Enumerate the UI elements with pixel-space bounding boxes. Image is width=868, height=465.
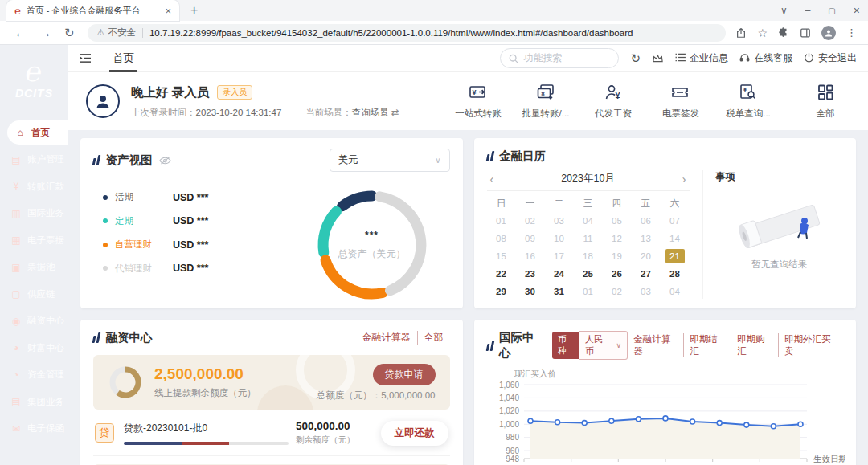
e-draft-issue-icon [670,93,691,104]
window-minimize-button[interactable]: – [805,5,811,16]
sidebar-item-fund-management[interactable]: ◔资金管理 [0,363,68,387]
share-icon[interactable] [735,27,747,39]
address-bar[interactable]: ⚠ 不安全 10.7.19.22:8999/fpaas_bucket/94154… [88,24,727,42]
calendar-day[interactable]: 24 [545,267,574,281]
calendar-day[interactable]: 02 [603,284,632,299]
sidebar-item-financing-center[interactable]: ◉融资中心 [0,309,68,333]
window-maximize-button[interactable]: ▢ [828,6,835,15]
calendar-prev-icon[interactable]: ‹ [490,173,506,186]
quick-action-e-draft-issue[interactable]: 电票签发 [656,83,706,120]
quick-action-all[interactable]: 全部 [800,83,850,120]
sidebar-item-e-guarantee[interactable]: ✉电子保函 [0,417,68,441]
sidebar-item-bill-pool[interactable]: ▣票据池 [0,255,68,279]
intl-link[interactable]: 即期外汇买卖 [778,333,843,357]
reload-icon[interactable]: ↻ [64,26,75,40]
calendar-day[interactable]: 20 [632,249,661,263]
page-tab-home[interactable]: 首页 [113,45,134,72]
eye-off-icon[interactable] [159,156,171,165]
calendar-day[interactable]: 23 [516,267,545,281]
legend-label: 活期 [115,191,173,203]
calendar-day[interactable]: 25 [574,267,603,281]
refresh-icon[interactable]: ↻ [630,51,641,66]
calendar-next-icon[interactable]: › [670,173,686,186]
side-panel-icon[interactable] [800,27,811,39]
calendar-day[interactable]: 31 [545,284,574,299]
calendar-day[interactable]: 26 [603,267,632,281]
function-search-input[interactable]: 功能搜索 [500,48,619,68]
sidebar-item-e-bill[interactable]: ▦电子票据 [0,228,68,252]
not-secure-warning-icon: ⚠ [97,27,105,38]
calendar-day[interactable]: 11 [574,231,603,246]
calendar-day[interactable]: 19 [603,249,632,263]
currency-select[interactable]: 美元 ∨ [330,149,450,172]
calendar-day[interactable]: 04 [574,214,603,228]
calendar-day[interactable]: 18 [574,249,603,263]
card-title-icon [92,332,100,343]
quick-action-batch-transfer[interactable]: ¥批量转账/... [521,83,571,120]
enterprise-info-link[interactable]: 企业信息 [675,51,728,65]
calendar-day[interactable]: 29 [487,284,516,299]
quick-action-payroll[interactable]: ¥代发工资 [588,83,638,120]
calendar-day[interactable]: 28 [661,267,690,281]
bookmark-star-icon[interactable]: ☆ [757,27,768,39]
calendar-day[interactable]: 04 [661,284,690,299]
back-icon[interactable]: ← [14,26,27,39]
calendar-day[interactable]: 21 [665,249,685,263]
calendar-day[interactable]: 08 [487,231,516,246]
safe-exit-link[interactable]: 安全退出 [804,51,857,65]
crown-icon[interactable] [652,53,664,63]
intl-link[interactable]: 即期购汇 [731,333,778,357]
calendar-day[interactable]: 17 [545,249,574,263]
browser-profile-avatar[interactable] [821,26,836,40]
calendar-day[interactable]: 16 [516,249,545,263]
calendar-day[interactable]: 27 [632,267,661,281]
quick-action-one-stop-transfer[interactable]: ¥一站式转账 [453,83,503,120]
extensions-puzzle-icon[interactable] [778,27,789,39]
calendar-day[interactable]: 15 [487,249,516,263]
online-service-link[interactable]: 在线客服 [739,51,792,65]
sidebar-item-supply-chain[interactable]: ▢供应链 [0,282,68,306]
calendar-day[interactable]: 07 [661,214,690,228]
window-chevron-icon[interactable]: ∨ [780,5,788,16]
financing-link[interactable]: 金融计算器 [356,331,417,345]
chrome-menu-icon[interactable]: ⋮ [846,27,857,39]
calendar-day[interactable]: 01 [574,284,603,299]
browser-tab[interactable]: ℮ 首页 - 企业综合金融服务平台 × [6,0,179,21]
calendar-day[interactable]: 05 [603,214,632,228]
calendar-day[interactable]: 06 [632,214,661,228]
window-close-button[interactable]: × [854,4,860,17]
calendar-day[interactable]: 01 [487,214,516,228]
e-guarantee-icon: ✉ [10,423,22,434]
quick-action-tax-receipt-query[interactable]: ¥税单查询... [723,83,773,120]
financing-link[interactable]: 全部 [417,331,450,345]
forward-icon[interactable]: → [39,26,51,39]
loan-apply-button[interactable]: 贷款申请 [373,364,436,385]
calendar-day[interactable]: 03 [632,284,661,299]
user-avatar[interactable] [86,84,120,118]
sidebar-item-international-business[interactable]: ▥国际业务 [0,202,68,226]
calendar-day[interactable]: 12 [603,231,632,246]
sidebar-item-wealth-center[interactable]: ◕财富中心 [0,336,68,360]
fund-management-icon: ◔ [10,369,22,381]
calendar-day[interactable]: 14 [661,231,690,246]
intl-link[interactable]: 即期结汇 [683,333,731,357]
calendar-day[interactable]: 10 [545,231,574,246]
sidebar-item-home[interactable]: ⌂首页 [7,120,68,145]
sidebar-item-transfer-remit[interactable]: ¥转账汇款 [0,174,68,198]
new-tab-button[interactable]: + [190,3,198,18]
intl-link[interactable]: 金融计算器 [628,333,683,357]
repay-now-button[interactable]: 立即还款 [381,421,448,446]
account-management-icon: ▤ [10,154,22,165]
calendar-day[interactable]: 22 [487,267,516,281]
calendar-day[interactable]: 09 [516,231,545,246]
sidebar-item-group-business[interactable]: ▤集团业务 [0,390,68,414]
calendar-day[interactable]: 13 [632,231,661,246]
currency-type-select[interactable]: 币种 人民币 ∨ [552,331,628,360]
calendar-day[interactable]: 30 [516,284,545,299]
tab-close-icon[interactable]: × [165,5,171,17]
scene-swap-icon[interactable]: ⇄ [391,108,399,117]
calendar-day[interactable]: 03 [545,214,574,228]
collapse-sidebar-icon[interactable] [80,53,92,63]
sidebar-item-account-management[interactable]: ▤账户管理 [0,148,68,172]
calendar-day[interactable]: 02 [516,214,545,228]
